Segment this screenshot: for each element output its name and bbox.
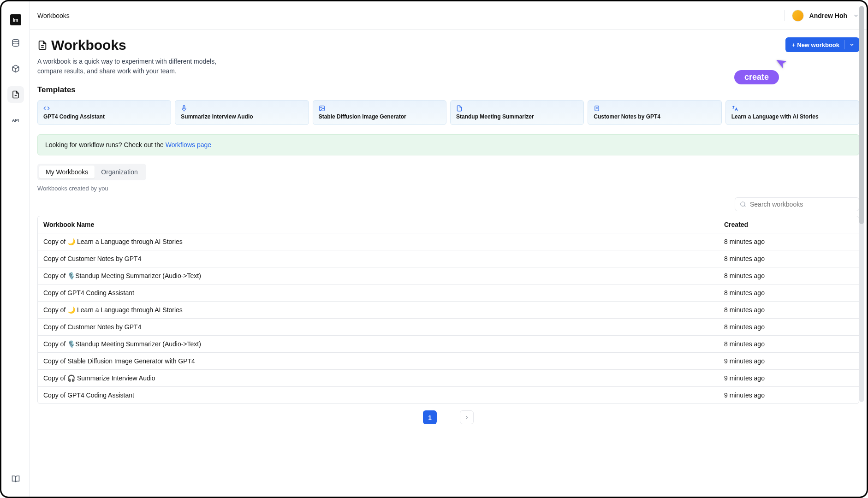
lang-icon — [731, 105, 853, 112]
table-row[interactable]: Copy of 🌙 Learn a Language through AI St… — [38, 301, 859, 318]
templates-title: Templates — [37, 85, 859, 95]
cell-name: Copy of Stable Diffusion Image Generator… — [43, 357, 724, 365]
cell-created: 8 minutes ago — [724, 272, 853, 279]
workflows-link[interactable]: Workflows page — [166, 141, 211, 148]
table-row[interactable]: Copy of GPT4 Coding Assistant8 minutes a… — [38, 284, 859, 301]
svg-point-11 — [741, 202, 745, 206]
scrollbar[interactable] — [859, 6, 864, 402]
cell-name: Copy of 🌙 Learn a Language through AI St… — [43, 238, 724, 245]
cell-created: 8 minutes ago — [724, 306, 853, 314]
search-input[interactable] — [750, 201, 854, 208]
cell-created: 9 minutes ago — [724, 391, 853, 399]
page-title: Workbooks — [51, 37, 126, 53]
tab-organization[interactable]: Organization — [95, 166, 144, 178]
tab-my-workbooks[interactable]: My Workbooks — [39, 166, 95, 178]
cell-created: 8 minutes ago — [724, 289, 853, 296]
sidebar: lm API — [1, 1, 30, 497]
tabs: My Workbooks Organization — [37, 164, 146, 180]
table-row[interactable]: Copy of 🎧 Summarize Interview Audio9 min… — [38, 369, 859, 386]
cell-name: Copy of 🎧 Summarize Interview Audio — [43, 374, 724, 382]
cube-icon — [12, 65, 20, 73]
tab-subtext: Workbooks created by you — [37, 185, 859, 192]
svg-point-0 — [12, 40, 19, 42]
table-row[interactable]: Copy of Stable Diffusion Image Generator… — [38, 352, 859, 369]
nav-database[interactable] — [7, 35, 24, 51]
cell-name: Copy of 🌙 Learn a Language through AI St… — [43, 306, 724, 314]
cell-created: 8 minutes ago — [724, 255, 853, 262]
template-card[interactable]: Customer Notes by GPT4 — [588, 100, 721, 125]
table-row[interactable]: Copy of 🎙️Standup Meeting Summarizer (Au… — [38, 267, 859, 284]
cell-created: 9 minutes ago — [724, 374, 853, 382]
app-logo[interactable]: lm — [10, 14, 21, 25]
user-name[interactable]: Andrew Hoh — [809, 12, 847, 19]
template-label: Summarize Interview Audio — [181, 113, 303, 120]
api-icon: API — [12, 118, 19, 123]
topbar-divider — [784, 10, 785, 21]
cell-created: 8 minutes ago — [724, 340, 853, 348]
cell-name: Copy of GPT4 Coding Assistant — [43, 391, 724, 399]
chevron-down-icon — [849, 42, 855, 47]
info-banner: Looking for workflow runs? Check out the… — [37, 134, 859, 155]
table-row[interactable]: Copy of Customer Notes by GPT48 minutes … — [38, 250, 859, 267]
file-icon — [12, 90, 20, 99]
svg-line-12 — [744, 206, 746, 207]
file-icon — [37, 40, 48, 50]
table-row[interactable]: Copy of 🌙 Learn a Language through AI St… — [38, 233, 859, 250]
chevron-down-icon[interactable] — [853, 12, 859, 19]
col-created: Created — [724, 221, 853, 228]
cell-name: Copy of GPT4 Coding Assistant — [43, 289, 724, 296]
search-box[interactable] — [735, 197, 859, 211]
template-card[interactable]: GPT4 Coding Assistant — [37, 100, 171, 125]
database-icon — [12, 39, 20, 47]
template-card[interactable]: Learn a Language with AI Stories — [725, 100, 859, 125]
template-label: Stable Diffusion Image Generator — [319, 113, 440, 120]
cell-name: Copy of 🎙️Standup Meeting Summarizer (Au… — [43, 340, 724, 348]
code-icon — [43, 105, 165, 112]
nav-cube[interactable] — [7, 60, 24, 77]
cell-name: Copy of Customer Notes by GPT4 — [43, 323, 724, 331]
note-icon — [594, 105, 715, 112]
mic-icon — [181, 105, 303, 112]
template-label: Standup Meeting Summarizer — [456, 113, 578, 120]
template-label: Learn a Language with AI Stories — [731, 113, 853, 120]
cell-created: 8 minutes ago — [724, 323, 853, 331]
template-card[interactable]: Summarize Interview Audio — [175, 100, 309, 125]
new-workbook-button[interactable]: + New workbook — [785, 37, 859, 52]
cell-created: 8 minutes ago — [724, 238, 853, 245]
chevron-right-icon — [464, 415, 470, 420]
svg-point-7 — [321, 107, 321, 108]
banner-text: Looking for workflow runs? Check out the — [45, 141, 166, 148]
nav-workbooks[interactable] — [7, 86, 24, 103]
page-next-button[interactable] — [460, 410, 474, 424]
image-icon — [319, 105, 440, 112]
cell-name: Copy of 🎙️Standup Meeting Summarizer (Au… — [43, 272, 724, 279]
templates-row: GPT4 Coding AssistantSummarize Interview… — [37, 100, 859, 125]
breadcrumb[interactable]: Workbooks — [37, 12, 70, 19]
search-icon — [740, 201, 746, 208]
table-row[interactable]: Copy of 🎙️Standup Meeting Summarizer (Au… — [38, 335, 859, 352]
cell-name: Copy of Customer Notes by GPT4 — [43, 255, 724, 262]
workbooks-table: Workbook Name Created Copy of 🌙 Learn a … — [37, 216, 859, 404]
nav-docs[interactable] — [7, 471, 24, 487]
book-icon — [12, 475, 20, 483]
nav-api[interactable]: API — [7, 112, 24, 129]
table-row[interactable]: Copy of GPT4 Coding Assistant9 minutes a… — [38, 386, 859, 403]
template-label: GPT4 Coding Assistant — [43, 113, 165, 120]
template-label: Customer Notes by GPT4 — [594, 113, 715, 120]
col-name: Workbook Name — [43, 221, 724, 228]
template-card[interactable]: Standup Meeting Summarizer — [450, 100, 584, 125]
page-description: A workbook is a quick way to experiment … — [37, 57, 231, 76]
page-number-current[interactable]: 1 — [423, 410, 437, 424]
user-avatar[interactable] — [792, 10, 804, 22]
template-card[interactable]: Stable Diffusion Image Generator — [313, 100, 446, 125]
table-row[interactable]: Copy of Customer Notes by GPT48 minutes … — [38, 318, 859, 335]
topbar: Workbooks Andrew Hoh — [30, 1, 867, 30]
doc-icon — [456, 105, 578, 112]
new-workbook-label: + New workbook — [792, 42, 839, 48]
cell-created: 9 minutes ago — [724, 357, 853, 365]
